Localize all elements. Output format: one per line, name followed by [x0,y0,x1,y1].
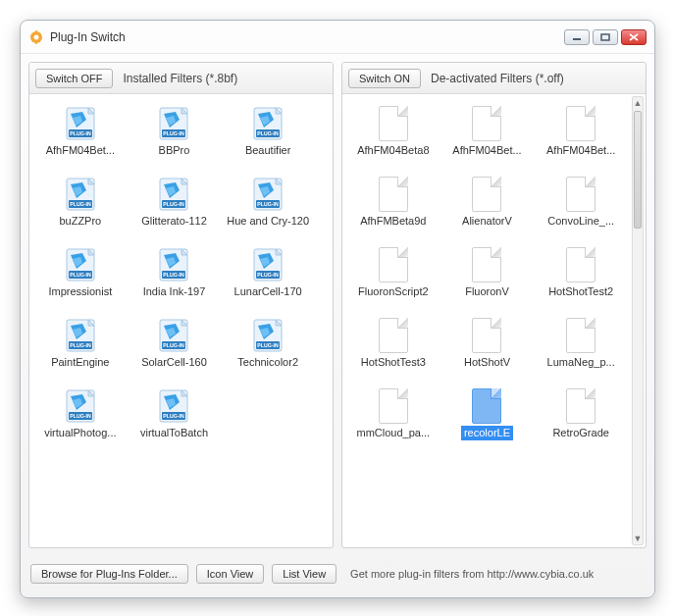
deactivated-filter-item[interactable]: HotShotTest3 [349,318,438,388]
file-icon [472,247,501,282]
file-icon [379,318,408,353]
svg-rect-2 [35,30,37,33]
scroll-thumb[interactable] [634,111,642,229]
plugin-file-icon [250,318,285,353]
plugin-file-icon [250,247,285,282]
filter-label: HotShotTest2 [545,284,616,299]
file-icon [379,106,408,141]
browse-plugins-button[interactable]: Browse for Plug-Ins Folder... [30,564,188,584]
plugin-file-icon [250,106,285,141]
installed-filter-item[interactable]: virtualToBatch [129,388,218,459]
filter-label: HotShotV [461,355,513,370]
filter-label: AfhFM04Bet... [544,143,618,158]
plugin-file-icon [63,177,98,212]
filter-label: ConvoLine_... [544,214,617,229]
filter-label: SolarCell-160 [138,355,210,370]
deactivated-filters-panel: Switch ON De-activated Filters (*.off) A… [341,62,647,548]
scrollbar[interactable]: ▲ ▼ [632,96,644,545]
svg-rect-5 [601,34,609,40]
filter-label: HotShotTest3 [358,355,429,370]
deactivated-filter-item[interactable]: AfhFM04Beta8 [349,106,438,177]
file-icon [472,318,501,353]
deactivated-filter-item[interactable]: FluoronScript2 [349,247,438,318]
plugin-file-icon [156,177,191,212]
switch-on-button[interactable]: Switch ON [348,69,421,88]
window-title: Plug-In Switch [50,30,564,44]
svg-rect-4 [573,38,581,40]
app-window: Plug-In Switch Switch OFF Installed Filt… [20,20,655,598]
deactivated-filter-item[interactable]: AfhFM04Bet... [537,106,625,177]
deactivated-filter-item[interactable]: recolorLE [442,388,531,459]
filter-label: mmCloud_pa... [354,426,434,440]
switch-off-button[interactable]: Switch OFF [35,69,113,88]
plugin-file-icon [156,318,191,353]
filter-label: Impressionist [45,284,115,299]
filter-label: AfhFM04Bet... [449,143,524,158]
installed-filter-item[interactable]: BBPro [129,106,218,177]
icon-view-button[interactable]: Icon View [196,564,265,584]
scroll-up-arrow[interactable]: ▲ [633,97,643,109]
plugin-file-icon [63,388,98,424]
filter-label: AlienatorV [459,214,515,229]
deactivated-filter-item[interactable]: mmCloud_pa... [349,388,438,459]
file-icon [472,106,501,141]
filter-label: AfhFMBeta9d [357,214,429,229]
installed-filter-item[interactable]: India Ink-197 [129,247,218,318]
plugin-file-icon [250,177,285,212]
close-button[interactable] [621,29,647,45]
deactivated-filter-item[interactable]: LumaNeg_p... [537,318,625,388]
file-icon [566,177,595,212]
installed-filter-item[interactable]: LunarCell-170 [224,247,312,318]
installed-filter-item[interactable]: Hue and Cry-120 [224,177,312,247]
main-content: Switch OFF Installed Filters (*.8bf) Afh… [21,54,654,556]
deactivated-filter-item[interactable]: HotShotTest2 [537,247,625,318]
file-icon [379,247,408,282]
installed-filter-item[interactable]: AfhFM04Bet... [36,106,125,177]
deactivated-filter-item[interactable]: RetroGrade [537,388,625,459]
minimize-button[interactable] [564,29,590,45]
plugin-file-icon [156,388,191,424]
scroll-down-arrow[interactable]: ▼ [633,533,643,544]
list-view-button[interactable]: List View [272,564,336,584]
titlebar: Plug-In Switch [21,21,654,54]
installed-filter-item[interactable]: Glitterato-112 [129,177,218,247]
filter-label: RetroGrade [549,426,611,440]
installed-filters-grid: AfhFM04Bet...BBProBeautifierbuZZProGlitt… [29,94,319,547]
plugin-file-icon [63,247,98,282]
file-icon [566,318,595,353]
file-icon [472,177,501,212]
installed-filter-item[interactable]: Impressionist [36,247,125,318]
filter-label: Technicolor2 [234,355,301,370]
filter-label: AfhFM04Bet... [43,143,118,158]
installed-filter-item[interactable]: Beautifier [224,106,312,177]
filter-label: FluoronV [462,284,512,299]
file-icon [379,388,408,424]
installed-filter-item[interactable]: SolarCell-160 [129,318,218,388]
plugin-file-icon [63,106,98,141]
filter-label: PaintEngine [48,355,112,370]
deactivated-filters-label: De-activated Filters (*.off) [431,72,564,85]
installed-grid-wrap: AfhFM04Bet...BBProBeautifierbuZZProGlitt… [29,94,333,547]
filter-label: virtualPhotog... [41,426,119,440]
installed-filter-item[interactable]: Technicolor2 [224,318,312,388]
plugin-file-icon [63,318,98,353]
deactivated-filter-item[interactable]: AfhFMBeta9d [349,177,438,247]
installed-filter-item[interactable]: PaintEngine [36,318,125,388]
deactivated-filter-item[interactable]: FluoronV [442,247,531,318]
installed-panel-header: Switch OFF Installed Filters (*.8bf) [29,63,333,94]
deactivated-filter-item[interactable]: ConvoLine_... [537,177,625,247]
installed-filters-panel: Switch OFF Installed Filters (*.8bf) Afh… [28,62,334,548]
deactivated-filter-item[interactable]: AfhFM04Bet... [442,106,531,177]
file-icon [379,177,408,212]
plugin-file-icon [156,247,191,282]
footer-link-text: Get more plug-in filters from http://www… [350,568,594,580]
installed-filter-item[interactable]: virtualPhotog... [36,388,125,459]
installed-filter-item[interactable]: buZZPro [36,177,125,247]
installed-filters-label: Installed Filters (*.8bf) [123,72,237,85]
svg-rect-3 [35,41,37,44]
filter-label: buZZPro [56,214,104,229]
deactivated-filter-item[interactable]: AlienatorV [442,177,531,247]
deactivated-filter-item[interactable]: HotShotV [442,318,531,388]
filter-label: Beautifier [242,143,293,158]
maximize-button[interactable] [593,29,618,45]
